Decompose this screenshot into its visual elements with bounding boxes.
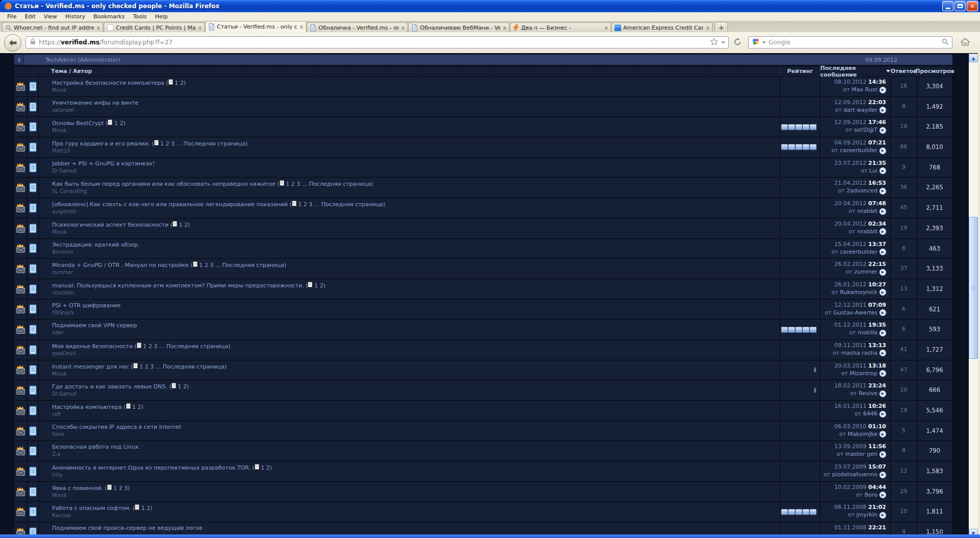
thread-title-link[interactable]: Про гуру кардинга и его реалии. [52,140,150,147]
goto-last-post-icon[interactable]: ▶ [879,350,886,356]
last-post-user-link[interactable]: dart wayder [843,107,877,113]
tab-close-icon[interactable]: x [502,25,506,31]
url-dropdown-icon[interactable] [721,41,725,44]
thread-title-link[interactable]: Работа с опасным софтом. [52,505,131,511]
thread-title-link[interactable]: Анонимность в интернет.Одна из перспекти… [52,464,251,471]
last-post-user-link[interactable]: MaksimJke [848,431,877,437]
thread-title-link[interactable]: Способы сокрытия IP адреса в сети Intern… [52,424,181,430]
goto-last-post-icon[interactable]: ▶ [879,512,886,519]
goto-last-post-icon[interactable]: ▶ [879,411,886,418]
back-button[interactable] [4,34,21,52]
column-header-last-post[interactable]: Последнее сообщение [820,66,890,76]
thread-title-link[interactable]: PSI + OTR шифрование [52,302,120,309]
last-post-user-link[interactable]: 6446 [863,410,877,417]
thread-title-link[interactable]: Jabber + PSI + GnuPG в картинках! [52,160,155,167]
thread-pages-links[interactable]: ( 1 2) [122,404,143,410]
thread-pages-links[interactable]: ( 1 2 3 ... Последняя страница) [150,140,248,147]
tab-6[interactable]: Два.ч — Бизнес -x [510,22,611,32]
thread-title-link[interactable]: Instant messenger для нас [52,363,129,370]
goto-last-post-icon[interactable]: ▶ [879,167,886,174]
goto-last-post-icon[interactable]: ▶ [879,309,886,316]
goto-last-post-icon[interactable]: ▶ [879,249,886,255]
last-post-user-link[interactable]: careerbuilder [840,249,877,255]
column-header-views[interactable]: Просмотров [917,66,952,76]
goto-last-post-icon[interactable]: ▶ [879,330,886,336]
goto-last-post-icon[interactable]: ▶ [879,228,886,235]
thread-pages-links[interactable]: ( 1 2 3 ... Последняя страница) [133,343,230,350]
goto-last-post-icon[interactable]: ▶ [879,390,886,397]
thread-pages-links[interactable]: ( 1 2 3 ... Последняя страница) [189,262,286,268]
last-post-user-link[interactable]: jmyrkin [856,511,877,518]
thread-title-link[interactable]: Поднимаем свой прокси-сервер не ведущий … [52,525,202,531]
thread-pages-links[interactable]: ( 1 2 3 ... Последняя страница) [288,201,385,208]
menu-item-bookmarks[interactable]: Bookmarks [89,13,129,20]
last-post-user-link[interactable]: Max Rust [852,86,877,93]
last-post-user-link[interactable]: 2advanced [846,187,877,194]
tab-3-active[interactable]: Статьи - Verified.ms - only checked peop… [205,21,306,32]
goto-last-post-icon[interactable]: ▶ [879,451,886,458]
menu-item-view[interactable]: View [40,13,61,20]
menu-item-tools[interactable]: Tools [129,13,151,20]
search-input[interactable]: Google [769,39,939,46]
thread-title-link[interactable]: [обновлено] Как слезть с кое-чего или пр… [52,201,288,208]
thread-pages-links[interactable]: ( 1 2 3) [103,485,130,492]
collapse-icon[interactable] [14,55,24,65]
thread-pages-links[interactable]: ( 1 2) [104,120,126,127]
last-post-user-link[interactable]: Mizantrop [850,370,877,377]
thread-pages-links[interactable]: ( 1 2) [304,282,325,289]
last-post-user-link[interactable]: careerbuilder [840,147,877,154]
last-post-user-link[interactable]: Lui [869,167,877,174]
refresh-icon[interactable] [733,38,742,47]
thread-pages-links[interactable]: ( 1 2 3 ... Последняя страница) [129,363,227,370]
thread-pages-links[interactable]: ( 1 2) [167,383,189,390]
thread-title-link[interactable]: Miranda + GnuPG / OTR , Мануал по настро… [52,262,189,268]
thread-title-link[interactable]: Безопасная работа под Linux. [52,444,140,450]
last-post-user-link[interactable]: nrabbit [857,228,877,235]
thread-title-link[interactable]: Где достать и как заюзать левые DNS. [52,383,167,390]
last-post-user-link[interactable]: nrabbit [857,208,877,214]
tab-close-icon[interactable]: x [96,25,100,31]
goto-last-post-icon[interactable]: ▶ [879,127,886,134]
tab-close-icon[interactable]: x [198,25,202,31]
thread-pages-links[interactable]: ( 1 2) [251,464,272,471]
last-post-user-link[interactable]: master gen [845,451,877,457]
thread-title-link[interactable]: Основы BestCrypt [52,120,104,127]
last-post-user-link[interactable]: Revive [859,390,877,397]
goto-last-post-icon[interactable]: ▶ [879,431,886,437]
menu-item-history[interactable]: History [61,13,89,20]
scroll-thumb[interactable] [969,217,978,359]
last-post-user-link[interactable]: sol!D@T [854,127,877,133]
goto-last-post-icon[interactable]: ▶ [879,107,886,113]
search-box[interactable]: Google [748,36,952,48]
search-icon[interactable] [941,38,949,47]
tab-2[interactable]: Credit Cards | PC Points | MasterCard Ca… [104,22,205,32]
goto-last-post-icon[interactable]: ▶ [879,148,886,154]
thread-title-link[interactable]: Поднимаем свой VPN сервер [52,322,137,329]
thread-pages-links[interactable]: ( 1 2 3 ... Последняя страница) [276,181,373,187]
tab-close-icon[interactable]: x [604,25,608,31]
minimize-button[interactable] [942,1,953,11]
new-tab-button[interactable]: + [715,22,728,32]
tab-4[interactable]: Обналичка - Verified.ms - only checked .… [307,22,408,32]
tab-5[interactable]: Обналичиваю ВебМани - Verified.ms - o...… [408,22,509,32]
goto-last-post-icon[interactable]: ▶ [879,472,886,478]
thread-title-link[interactable]: Уничтожение инфы на винте [52,100,138,106]
column-header-topic[interactable]: Тема / Автор [14,66,780,76]
thread-title-link[interactable]: Настройка безопасности компьютера [52,80,164,86]
goto-last-post-icon[interactable]: ▶ [879,87,886,93]
goto-last-post-icon[interactable]: ▶ [879,208,886,215]
goto-last-post-icon[interactable]: ▶ [879,370,886,377]
menu-item-edit[interactable]: Edit [20,13,39,20]
thread-pages-links[interactable]: ( 1 2) [164,80,186,86]
close-button[interactable]: ✕ [967,1,978,11]
last-post-user-link[interactable]: masha.rasha [841,350,877,356]
home-icon[interactable] [961,38,970,47]
tab-close-icon[interactable]: x [299,24,303,30]
last-post-user-link[interactable]: Rukamoynick [840,289,877,296]
last-post-user-link[interactable]: pizdatoahuenno [832,471,877,478]
thread-pages-links[interactable]: ( 1 2) [168,222,190,228]
column-header-replies[interactable]: Ответов [890,66,917,76]
goto-last-post-icon[interactable]: ▶ [879,492,886,498]
thread-title-link[interactable]: Психологический аспект безопасности [52,222,168,228]
thread-title-link[interactable]: Настройка компьютера [52,404,122,410]
